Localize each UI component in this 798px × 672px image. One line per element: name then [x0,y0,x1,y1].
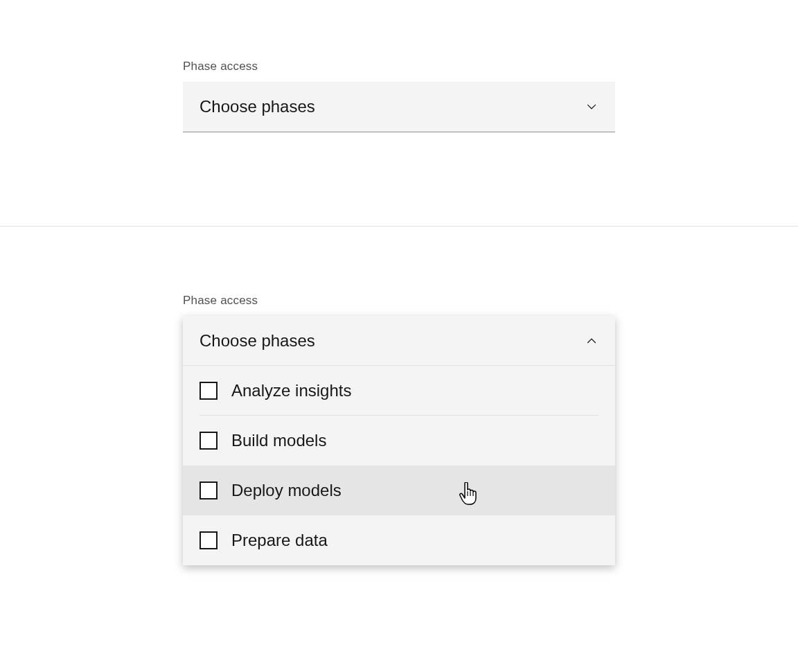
field-label: Phase access [183,294,798,308]
checkbox[interactable] [200,382,218,400]
horizontal-divider [0,226,798,227]
option-deploy-models[interactable]: Deploy models [183,466,615,515]
dropdown-header[interactable]: Choose phases [183,316,615,366]
dropdown-placeholder: Choose phases [200,97,315,116]
dropdown-open-example: Phase access Choose phases Analyze insig… [0,274,798,565]
option-label: Prepare data [231,531,328,550]
checkbox[interactable] [200,481,218,499]
pointer-cursor-icon [459,482,479,503]
option-label: Build models [231,431,326,450]
option-analyze-insights[interactable]: Analyze insights [183,366,615,416]
option-prepare-data[interactable]: Prepare data [183,515,615,565]
chevron-down-icon [585,100,598,114]
dropdown-placeholder: Choose phases [200,331,315,351]
phase-dropdown-closed[interactable]: Choose phases [183,82,615,132]
dropdown-closed-example: Phase access Choose phases [0,0,798,226]
field-label: Phase access [183,60,798,73]
option-label: Analyze insights [231,381,351,400]
chevron-up-icon [585,334,598,348]
option-label: Deploy models [231,481,342,500]
option-build-models[interactable]: Build models [183,416,615,466]
checkbox[interactable] [200,432,218,450]
checkbox[interactable] [200,531,218,549]
phase-dropdown-open: Choose phases Analyze insights Build mod… [183,316,615,565]
dropdown-header[interactable]: Choose phases [183,82,615,132]
